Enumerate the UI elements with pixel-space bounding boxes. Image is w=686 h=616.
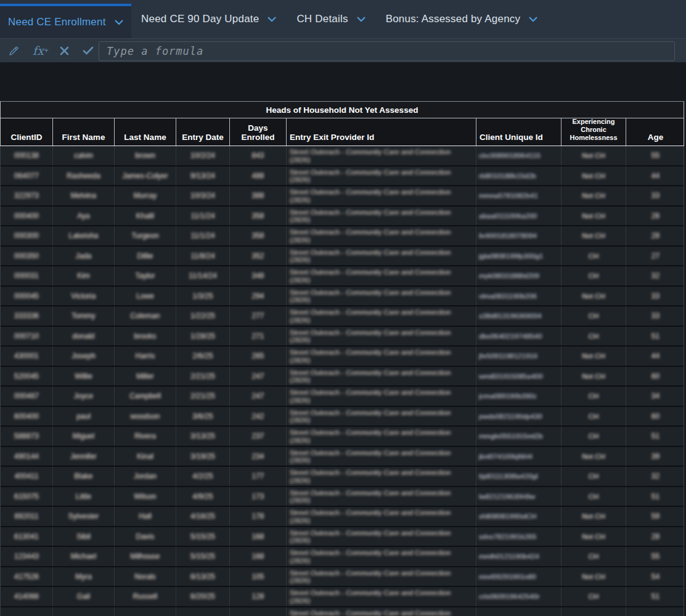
table-cell[interactable]: jhr5091198121916 xyxy=(476,347,561,366)
table-cell[interactable]: Not CH xyxy=(561,567,626,586)
cancel-icon[interactable] xyxy=(58,46,70,55)
table-cell[interactable]: 064077 xyxy=(1,166,53,186)
table-cell[interactable]: 348 xyxy=(230,266,287,285)
table-cell[interactable]: Street Outreach - Community Care and Con… xyxy=(287,427,476,446)
table-cell[interactable]: Campbell xyxy=(115,387,176,406)
table-cell[interactable]: Melvina xyxy=(53,186,115,205)
table-cell[interactable]: 000045 xyxy=(1,287,53,306)
table-cell[interactable]: pwds0821190dp430 xyxy=(476,407,561,426)
sheet-tab-1[interactable]: Need CE Enrollment xyxy=(0,4,131,38)
table-cell[interactable]: s38d813196369004 xyxy=(476,306,561,326)
table-cell[interactable]: 5/15/25 xyxy=(176,547,230,566)
table-cell[interactable]: 520045 xyxy=(1,367,53,386)
table-cell[interactable]: 32 xyxy=(626,266,685,285)
table-cell[interactable]: 28 xyxy=(626,226,685,245)
table-cell[interactable]: 2/21/25 xyxy=(176,387,230,406)
table-cell[interactable]: 54 xyxy=(626,567,685,586)
table-cell[interactable]: CH xyxy=(561,327,626,346)
table-cell[interactable]: Street Outreach - Community Care and Con… xyxy=(287,547,476,566)
table-cell[interactable]: 615075 xyxy=(1,487,53,506)
table-cell[interactable]: Street Outreach - Community Care and Con… xyxy=(287,467,476,486)
table-cell[interactable]: 9/13/24 xyxy=(176,166,230,186)
table-cell[interactable]: 430001 xyxy=(1,347,53,366)
table-cell[interactable]: Little xyxy=(53,487,115,506)
table-cell[interactable]: Gonzalez xyxy=(115,607,176,616)
table-cell[interactable]: abaa0111006a200 xyxy=(476,207,561,226)
table-cell[interactable]: 234 xyxy=(230,447,287,466)
table-cell[interactable]: 1/28/25 xyxy=(176,327,230,346)
table-cell[interactable]: 44 xyxy=(626,166,685,186)
table-cell[interactable]: 400411 xyxy=(1,467,53,486)
table-cell[interactable]: 4/16/25 xyxy=(176,507,230,526)
table-cell[interactable]: Not CH xyxy=(561,166,626,186)
table-cell[interactable]: CH xyxy=(561,487,626,506)
table-cell[interactable]: 418101 xyxy=(1,607,53,616)
edit-icon[interactable] xyxy=(7,45,20,57)
table-cell[interactable]: Not CH xyxy=(561,347,626,366)
table-cell[interactable]: Not CH xyxy=(561,207,626,226)
chevron-down-icon[interactable] xyxy=(115,20,123,25)
table-cell[interactable]: 173 xyxy=(230,487,287,506)
table-cell[interactable]: 000400 xyxy=(1,207,53,226)
table-cell[interactable]: Street Outreach - Community Care and Con… xyxy=(287,567,476,586)
table-cell[interactable]: Not CH xyxy=(561,507,626,526)
table-cell[interactable]: wmi831915085a400 xyxy=(476,367,561,386)
table-cell[interactable]: CH xyxy=(561,407,626,426)
table-cell[interactable]: 28 xyxy=(626,527,685,546)
table-cell[interactable]: Kinal xyxy=(115,447,176,466)
table-cell[interactable]: 6/27/25 xyxy=(176,607,230,616)
table-cell[interactable]: 490144 xyxy=(1,447,53,466)
table-cell[interactable]: 51 xyxy=(626,427,685,446)
table-cell[interactable]: 44 xyxy=(626,347,685,366)
table-cell[interactable]: 242 xyxy=(230,407,287,426)
table-cell[interactable]: Willie xyxy=(53,367,115,386)
table-cell[interactable]: 11/1/24 xyxy=(176,207,230,226)
table-cell[interactable]: 000138 xyxy=(1,146,53,165)
table-cell[interactable]: Myra xyxy=(53,567,115,586)
confirm-icon[interactable] xyxy=(81,46,95,55)
table-cell[interactable]: 32 xyxy=(626,467,685,486)
table-cell[interactable]: 11/8/24 xyxy=(176,247,230,266)
table-cell[interactable]: Street Outreach - Community Care and Con… xyxy=(287,186,476,205)
table-cell[interactable]: 33 xyxy=(626,287,685,306)
table-cell[interactable]: Jennifer xyxy=(53,447,115,466)
table-cell[interactable]: CH xyxy=(561,587,626,606)
table-cell[interactable]: vlma0831190b206 xyxy=(476,287,561,306)
table-cell[interactable]: Street Outreach - Community Care and Con… xyxy=(287,287,476,306)
table-cell[interactable]: Blake xyxy=(53,467,115,486)
table-cell[interactable]: Turgeon xyxy=(115,226,176,245)
table-cell[interactable]: Sibil xyxy=(53,527,115,546)
table-cell[interactable]: 10/3/24 xyxy=(176,186,230,205)
table-cell[interactable]: 414066 xyxy=(1,587,53,606)
table-cell[interactable]: Not CH xyxy=(561,287,626,306)
table-cell[interactable]: mmglv0551915ml2b xyxy=(476,427,561,446)
table-cell[interactable]: Street Outreach - Community Care and Con… xyxy=(287,407,476,426)
table-cell[interactable]: 6/13/25 xyxy=(176,567,230,586)
table-cell[interactable]: 39 xyxy=(626,447,685,466)
table-cell[interactable]: 333336 xyxy=(1,306,53,326)
chevron-down-icon[interactable] xyxy=(357,17,365,22)
table-cell[interactable]: 322973 xyxy=(1,186,53,205)
table-cell[interactable]: Street Outreach - Community Care and Con… xyxy=(287,306,476,326)
table-cell[interactable]: 000467 xyxy=(1,387,53,406)
table-cell[interactable]: Hall xyxy=(115,507,176,526)
table-cell[interactable]: Street Outreach - Community Care and Con… xyxy=(287,327,476,346)
table-cell[interactable]: CH xyxy=(561,266,626,285)
table-cell[interactable]: 178 xyxy=(230,507,287,526)
table-cell[interactable]: Taylor xyxy=(115,266,176,285)
table-cell[interactable]: Street Outreach - Community Care and Con… xyxy=(287,387,476,406)
table-cell[interactable]: 6/20/25 xyxy=(176,587,230,606)
table-cell[interactable]: Street Outreach - Community Care and Con… xyxy=(287,226,476,245)
table-cell[interactable]: 34 xyxy=(626,387,685,406)
table-cell[interactable]: Harris xyxy=(115,347,176,366)
table-cell[interactable]: mmlh0121190b424 xyxy=(476,547,561,566)
table-cell[interactable]: myk08031888d209 xyxy=(476,266,561,285)
table-cell[interactable]: Street Outreach - Community Care and Con… xyxy=(287,607,476,616)
table-cell[interactable]: 247 xyxy=(230,387,287,406)
table-cell[interactable]: 51 xyxy=(626,587,685,606)
table-cell[interactable]: 488 xyxy=(230,166,287,186)
table-cell[interactable]: Lakeisha xyxy=(53,226,115,245)
table-cell[interactable]: Street Outreach - Community Care and Con… xyxy=(287,266,476,285)
table-cell[interactable]: lw821219630H9w xyxy=(476,487,561,506)
table-cell[interactable]: crls060919642540r xyxy=(476,587,561,606)
